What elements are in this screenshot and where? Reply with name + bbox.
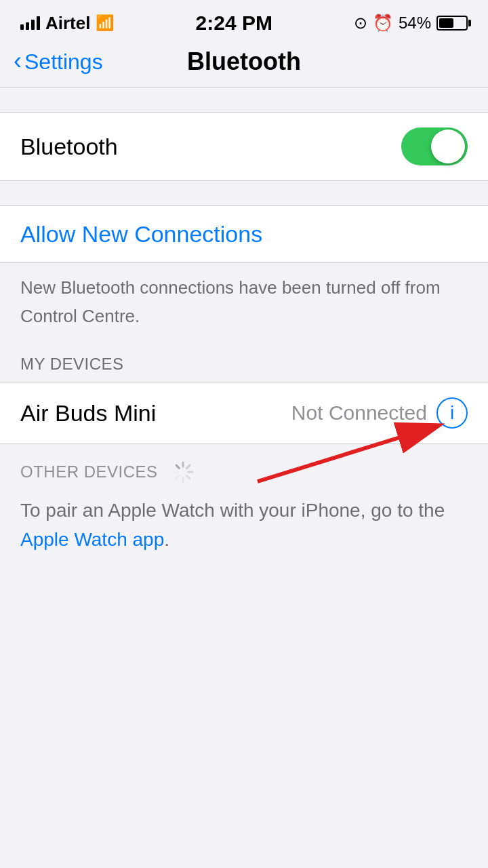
other-devices-header: OTHER DEVICES: [0, 444, 488, 492]
bluetooth-row: Bluetooth: [0, 113, 488, 180]
bluetooth-info-text: New Bluetooth connections have been turn…: [20, 277, 441, 326]
device-row: Air Buds Mini Not Connected i: [0, 382, 488, 444]
alarm-icon: ⏰: [373, 14, 393, 33]
svg-line-7: [176, 465, 179, 468]
mid-spacer: [0, 181, 488, 205]
bluetooth-group: Bluetooth: [0, 112, 488, 181]
scanning-spinner: [170, 459, 196, 485]
other-devices-label: OTHER DEVICES: [20, 462, 158, 481]
bluetooth-label: Bluetooth: [20, 134, 118, 160]
apple-watch-info: To pair an Apple Watch with your iPhone,…: [0, 492, 488, 575]
toggle-knob: [431, 130, 465, 163]
device-name: Air Buds Mini: [20, 400, 156, 427]
device-status-container: Not Connected i: [291, 397, 468, 429]
apple-watch-text-after: .: [164, 529, 169, 550]
my-devices-header: MY DEVICES: [0, 344, 488, 382]
apple-watch-app-link[interactable]: Apple Watch app: [20, 529, 164, 550]
chevron-left-icon: ‹: [14, 49, 22, 73]
battery-icon: [436, 16, 468, 31]
back-button[interactable]: ‹ Settings: [14, 50, 103, 75]
svg-line-1: [186, 465, 189, 468]
device-status-text: Not Connected: [291, 401, 427, 425]
top-spacer: [0, 87, 488, 112]
bluetooth-toggle[interactable]: [401, 127, 468, 165]
allow-connections-row[interactable]: Allow New Connections: [0, 205, 488, 263]
svg-line-3: [186, 476, 189, 479]
status-right: ⊙ ⏰ 54%: [354, 14, 468, 33]
main-content: Bluetooth Allow New Connections New Blue…: [0, 87, 488, 575]
signal-bars-icon: [20, 16, 40, 30]
info-icon: i: [450, 402, 454, 424]
svg-line-5: [176, 476, 179, 479]
allow-connections-label: Allow New Connections: [20, 221, 262, 248]
status-left: Airtel 📶: [20, 13, 114, 34]
nav-bar: ‹ Settings Bluetooth: [0, 41, 488, 87]
my-devices-label: MY DEVICES: [20, 355, 124, 373]
status-time: 2:24 PM: [196, 12, 272, 35]
screen-lock-icon: ⊙: [354, 14, 367, 33]
back-label: Settings: [24, 50, 103, 75]
bluetooth-info-section: New Bluetooth connections have been turn…: [0, 263, 488, 344]
page-title: Bluetooth: [187, 47, 301, 76]
device-info-button[interactable]: i: [436, 397, 468, 429]
carrier-label: Airtel: [45, 13, 90, 34]
apple-watch-text-before: To pair an Apple Watch with your iPhone,…: [20, 500, 445, 521]
battery-percent: 54%: [399, 14, 431, 33]
wifi-icon: 📶: [96, 14, 114, 32]
status-bar: Airtel 📶 2:24 PM ⊙ ⏰ 54%: [0, 0, 488, 41]
